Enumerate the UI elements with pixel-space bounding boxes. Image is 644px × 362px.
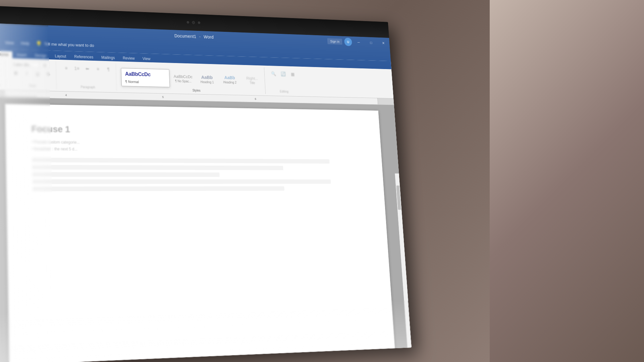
clipboard-label: Clipboard (0, 83, 0, 87)
no-space-style-preview: AaBbCcDc (173, 74, 193, 79)
tab-review[interactable]: Review (119, 55, 139, 62)
tab-view[interactable]: View (139, 55, 154, 63)
style-title[interactable]: Right... Title (242, 74, 263, 86)
paragraph-label: Paragraph (80, 85, 95, 89)
font-format-buttons: B I U S̶ (11, 68, 54, 79)
document-line-1: • Focuse custom categorie... (32, 139, 335, 147)
underline-button[interactable]: U (33, 68, 43, 79)
tab-design[interactable]: Design (31, 52, 50, 60)
italic-button[interactable]: I (21, 68, 32, 78)
tell-me-bar[interactable]: 💡 Tell me what you want to do (36, 41, 94, 48)
document-name: Document1 (174, 33, 197, 39)
tab-mailings[interactable]: Mailings (98, 54, 119, 61)
tab-layout[interactable]: Layout (51, 53, 70, 60)
ruler-mark-5: 5 (162, 95, 164, 98)
user-avatar[interactable]: U (344, 38, 352, 46)
copy-button[interactable]: ⿻ (0, 67, 3, 73)
camera-lens (192, 21, 195, 24)
screen-content: Document1 - Word Sign in U ─ □ ✕ Review … (0, 23, 412, 362)
title-style-label: Title (250, 81, 255, 84)
laptop-side-bg (490, 0, 644, 362)
numbering-button[interactable]: 1≡ (72, 63, 82, 73)
cut-button[interactable]: ✂ (0, 61, 3, 67)
editing-label: Editing (280, 89, 288, 93)
font-size-input[interactable]: 11 (40, 62, 50, 68)
tab-home[interactable]: Home (0, 51, 12, 58)
ribbon-group-editing: 🔍 🔄 ▦ Editing (266, 67, 301, 95)
camera-dot-1 (187, 21, 189, 23)
strikethrough-button[interactable]: S̶ (43, 69, 54, 79)
ribbon-group-styles: AaBbCcDc ¶ Normal AaBbCcDc ¶ No Spac... … (118, 63, 266, 94)
font-controls: Calibri (Bo... 11 B I U S̶ (10, 61, 53, 79)
style-sample-normal-label: ¶ Normal (124, 79, 167, 85)
normal-style-preview: AaBbCcDc (125, 71, 151, 78)
no-space-style-label: ¶ No Spac... (175, 79, 192, 83)
bold-button[interactable]: B (11, 68, 21, 78)
heading2-style-label: Heading 2 (223, 80, 236, 84)
heading1-style-preview: AaBb (201, 74, 213, 80)
styles-label: Styles (193, 89, 201, 93)
sign-in-button[interactable]: Sign in (327, 38, 342, 45)
paragraph-mark-button[interactable]: ¶ (103, 64, 113, 74)
ribbon-group-clipboard: 📋 ✂ ⿻ 🖌 Clipboard (0, 59, 6, 88)
find-button[interactable]: 🔍 (269, 69, 278, 78)
style-sample-normal-text: AaBbCcDc (124, 70, 167, 79)
normal-style-label: ¶ Normal (125, 79, 139, 83)
style-no-space[interactable]: AaBbCcDc ¶ No Spac... (172, 73, 195, 84)
menu-item-help[interactable]: Help (18, 39, 33, 48)
doc-line-2 (32, 165, 283, 170)
document-line-2: • focusAver : the next 5 d... (32, 146, 335, 153)
tell-me-text: Tell me what you want to do (44, 41, 94, 48)
style-gallery-normal[interactable]: AaBbCcDc ¶ Normal (121, 68, 170, 87)
style-heading2[interactable]: AaBb Heading 2 (219, 74, 240, 85)
tab-references[interactable]: References (70, 53, 97, 61)
doc-line-3 (32, 172, 220, 177)
title-separator: - (199, 34, 201, 39)
editing-buttons: 🔍 🔄 ▦ (269, 69, 298, 79)
window-controls: ─ □ ✕ (352, 37, 390, 49)
tab-insert[interactable]: Insert (13, 51, 31, 59)
app-name: Word (204, 35, 214, 40)
title-bar-text: Document1 - Word (174, 33, 214, 40)
ruler-mark-6: 6 (255, 97, 256, 100)
document-page[interactable]: Focuse 1 • Focuse custom categorie... • … (5, 104, 395, 362)
ruler-margin-left (0, 90, 5, 97)
font-label: Font (29, 84, 36, 87)
menu-item-review[interactable]: Review (0, 37, 1, 47)
minimize-button[interactable]: ─ (352, 37, 365, 48)
title-style-preview: Right... (246, 76, 258, 80)
paragraph-buttons: ≡ 1≡ ⬅ ≡ ¶ (61, 63, 113, 74)
doc-line-5 (33, 186, 284, 191)
document-heading: Focuse 1 (31, 124, 358, 138)
heading1-style-label: Heading 1 (200, 80, 214, 84)
align-left-button[interactable]: ⬅ (82, 63, 92, 74)
replace-button[interactable]: 🔄 (278, 69, 288, 78)
clipboard-buttons: 📋 ✂ ⿻ 🖌 (0, 61, 3, 80)
heading2-style-preview: AaBb (224, 75, 235, 80)
font-name-input[interactable]: Calibri (Bo... (10, 61, 39, 68)
select-button[interactable]: ▦ (288, 69, 297, 79)
bullets-button[interactable]: ≡ (61, 63, 71, 73)
ribbon-group-paragraph: ≡ 1≡ ⬅ ≡ ¶ Paragraph (58, 61, 117, 90)
align-center-button[interactable]: ≡ (93, 64, 103, 74)
document-area: Focuse 1 • Focuse custom categorie... • … (0, 97, 412, 362)
style-heading1[interactable]: AaBb Heading 1 (197, 73, 218, 85)
account-area: Sign in U (327, 36, 352, 48)
lightbulb-icon: 💡 (36, 41, 42, 47)
close-button[interactable]: ✕ (377, 38, 390, 49)
ruler-mark-4: 4 (65, 93, 67, 97)
format-painter-button[interactable]: 🖌 (0, 74, 3, 80)
ribbon-group-font: Calibri (Bo... 11 B I U S̶ Font (8, 60, 57, 89)
menu-item-view[interactable]: View (2, 38, 17, 47)
camera-dot-2 (198, 21, 200, 24)
maximize-button[interactable]: □ (365, 37, 378, 48)
doc-line-4 (32, 179, 331, 184)
laptop-screen-frame: Document1 - Word Sign in U ─ □ ✕ Review … (0, 5, 412, 362)
ruler-margin-right (377, 98, 394, 105)
doc-line-1 (32, 158, 329, 164)
